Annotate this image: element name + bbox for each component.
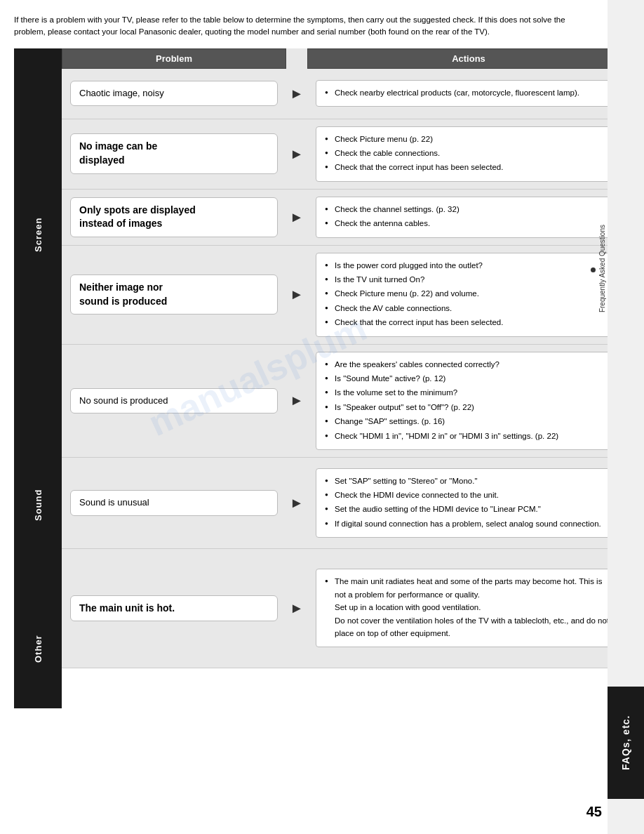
arrow-area: ► [286,345,307,457]
arrow-area: ► [286,190,307,245]
action-item: Is the TV unit turned On? [325,273,612,286]
actions-cell: Set "SAP" setting to "Stereo" or "Mono."… [307,458,630,548]
problem-cell: The main unit is hot. [62,549,286,668]
bullet-dot [591,267,596,272]
table-header: Problem Actions [62,48,630,69]
action-item: Check the AV cable connections. [325,302,612,315]
problem-cell: No sound is produced [62,345,286,457]
arrow-icon: ► [290,392,304,409]
action-item: Check nearby electrical products (car, m… [325,86,612,99]
problem-cell: No image can bedisplayed [62,119,286,189]
action-item: Check Picture menu (p. 22) [325,133,612,145]
action-item: Check the channel settings. (p. 32) [325,203,612,216]
actions-box: The main unit radiates heat and some of … [316,569,622,647]
actions-cell: Is the power cord plugged into the outle… [307,246,630,344]
problem-header: Problem [62,48,286,69]
action-item: Check the HDMI device connected to the u… [325,489,612,501]
action-item: Check "HDMI 1 in", "HDMI 2 in" or "HDMI … [325,430,612,442]
problem-cell: Neither image norsound is produced [62,246,286,344]
table-row: Chaotic image, noisy ► Check nearby elec… [62,69,630,119]
actions-box: Are the speakers' cables connected corre… [316,352,622,450]
arrow-icon: ► [290,600,304,616]
action-item: Is the volume set to the minimum? [325,386,612,399]
faq-table: Problem Actions Chaotic image, noisy ► C… [62,48,630,708]
table-row: Sound is unusual ► Set "SAP" setting to … [62,458,630,549]
table-row: No image can bedisplayed ► Check Picture… [62,119,630,190]
problem-label: No image can bedisplayed [70,133,278,173]
table-row: Only spots are displayedinstead of image… [62,190,630,246]
action-item: The main unit radiates heat and some of … [325,575,612,640]
problem-cell: Only spots are displayedinstead of image… [62,190,286,245]
arrow-area: ► [286,69,307,119]
action-item: Check that the correct input has been se… [325,161,612,173]
actions-cell: The main unit radiates heat and some of … [307,549,630,668]
problem-label: Sound is unusual [70,490,278,515]
actions-box: Check the channel settings. (p. 32) Chec… [316,197,622,238]
side-labels: Screen Sound Other [14,48,62,708]
arrow-icon: ► [290,86,304,102]
action-item: Set the audio setting of the HDMI device… [325,503,612,515]
freq-asked-text: Frequently Asked Questions [598,225,606,312]
arrow-icon: ► [290,209,304,225]
table-row: No sound is produced ► Are the speakers'… [62,345,630,458]
action-item: Check that the correct input has been se… [325,316,612,329]
table-row: The main unit is hot. ► The main unit ra… [62,549,630,668]
actions-box: Check Picture menu (p. 22) Check the cab… [316,126,622,182]
action-item: If digital sound connection has a proble… [325,517,612,530]
arrow-icon: ► [290,146,304,162]
problem-label: The main unit is hot. [70,595,278,622]
sound-label: Sound [14,421,62,589]
action-item: Check Picture menu (p. 22) and volume. [325,287,612,300]
problem-label: Only spots are displayedinstead of image… [70,197,278,237]
problem-label: Neither image norsound is produced [70,274,278,315]
arrow-icon: ► [290,495,304,511]
other-label: Other [14,589,62,708]
problem-label: No sound is produced [70,388,278,413]
frequently-asked-label: Frequently Asked Questions [591,225,606,312]
problem-cell: Chaotic image, noisy [62,69,286,119]
actions-cell: Check Picture menu (p. 22) Check the cab… [307,119,630,189]
action-item: Is the power cord plugged into the outle… [325,259,612,272]
page-number: 45 [586,804,602,820]
arrow-area: ► [286,458,307,548]
arrow-area: ► [286,119,307,189]
arrow-area: ► [286,246,307,344]
actions-cell: Check nearby electrical products (car, m… [307,69,630,119]
screen-label: Screen [14,48,62,421]
table-rows: Chaotic image, noisy ► Check nearby elec… [62,69,630,668]
action-item: Are the speakers' cables connected corre… [325,358,612,371]
actions-header: Actions [307,48,630,69]
actions-cell: Check the channel settings. (p. 32) Chec… [307,190,630,245]
action-item: Check the antenna cables. [325,217,612,230]
problem-cell: Sound is unusual [62,458,286,548]
faq-label: FAQs, etc. [608,687,644,799]
action-item: Is "Sound Mute" active? (p. 12) [325,372,612,385]
action-item: Set "SAP" setting to "Stereo" or "Mono." [325,475,612,487]
actions-box: Set "SAP" setting to "Stereo" or "Mono."… [316,468,622,538]
table-row: Neither image norsound is produced ► Is … [62,246,630,345]
action-item: Is "Speaker output" set to "Off"? (p. 22… [325,401,612,413]
arrow-area: ► [286,549,307,668]
intro-text: If there is a problem with your TV, plea… [14,14,588,39]
action-item: Change "SAP" settings. (p. 16) [325,415,612,428]
problem-label: Chaotic image, noisy [70,81,278,106]
action-item: Check the cable connections. [325,147,612,159]
actions-box: Check nearby electrical products (car, m… [316,80,622,107]
actions-box: Is the power cord plugged into the outle… [316,253,622,337]
actions-cell: Are the speakers' cables connected corre… [307,345,630,457]
arrow-icon: ► [290,286,304,303]
